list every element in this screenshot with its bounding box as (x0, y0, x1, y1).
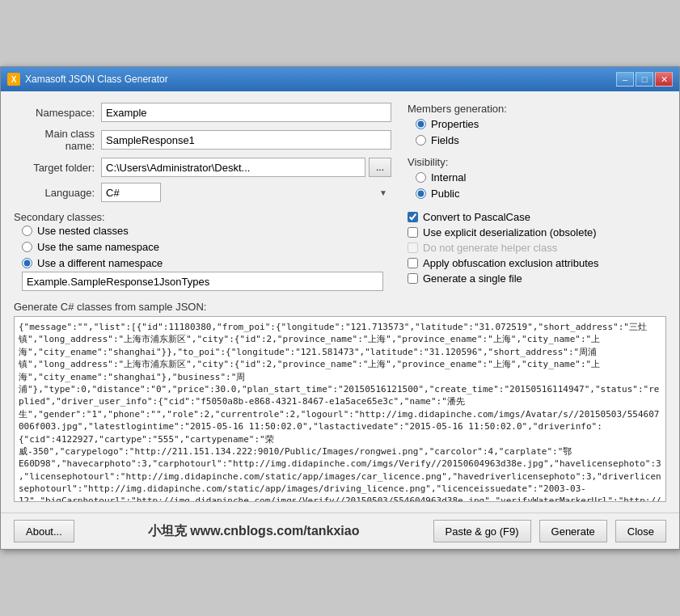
obfuscation-checkbox[interactable] (408, 258, 418, 268)
main-window: X Xamasoft JSON Class Generator – □ ✕ Na… (0, 66, 680, 550)
folder-row: ... (101, 158, 391, 177)
select-arrow-icon: ▼ (379, 188, 387, 197)
main-class-input[interactable] (101, 130, 391, 150)
namespace-label: Namespace: (14, 107, 95, 119)
maximize-button[interactable]: □ (636, 72, 653, 86)
about-button[interactable]: About... (14, 520, 74, 542)
diff-namespace-radio[interactable] (22, 258, 32, 268)
secondary-classes-label: Secondary classes: (14, 211, 391, 223)
left-panel: Namespace: Main class name: Target folde… (14, 103, 391, 291)
diff-namespace-option[interactable]: Use a different namespace (22, 257, 391, 269)
explicit-deserialization-item[interactable]: Use explicit deserialization (obsolete) (408, 226, 666, 238)
json-section-label: Generate C# classes from sample JSON: (14, 301, 666, 313)
members-generation-section: Members generation: Properties Fields (408, 103, 666, 146)
secondary-classes-radio-group: Use nested classes Use the same namespac… (14, 225, 391, 269)
single-file-label: Generate a single file (423, 272, 522, 285)
json-section: Generate C# classes from sample JSON: {"… (14, 296, 666, 504)
close-button[interactable]: Close (615, 520, 666, 542)
no-helper-class-item: Do not generate helper class (408, 242, 666, 254)
namespace-input[interactable] (101, 103, 391, 122)
top-section: Namespace: Main class name: Target folde… (14, 103, 666, 291)
public-label: Public (431, 188, 459, 200)
title-bar: X Xamasoft JSON Class Generator – □ ✕ (1, 67, 679, 91)
explicit-deserialization-label: Use explicit deserialization (obsolete) (423, 226, 597, 238)
properties-radio[interactable] (416, 119, 426, 129)
checkboxes-section: Convert to PascalCase Use explicit deser… (408, 211, 666, 288)
diff-namespace-label: Use a different namespace (37, 257, 163, 269)
public-radio[interactable] (416, 188, 426, 199)
properties-label: Properties (431, 118, 479, 130)
target-folder-label: Target folder: (14, 162, 95, 174)
target-folder-row: Target folder: ... (14, 158, 391, 177)
nested-classes-option[interactable]: Use nested classes (22, 225, 391, 237)
properties-option[interactable]: Properties (416, 118, 666, 130)
obfuscation-item[interactable]: Apply obfuscation exclusion attributes (408, 257, 666, 269)
visibility-section: Visibility: Internal Public (408, 151, 666, 200)
main-class-row: Main class name: (14, 128, 391, 152)
json-textarea-wrapper: {"message":"","list":[{"id":11180380,"fr… (14, 316, 666, 504)
members-generation-radio-group: Properties Fields (408, 118, 666, 146)
no-helper-class-label: Do not generate helper class (423, 242, 557, 254)
same-namespace-radio[interactable] (22, 242, 32, 252)
app-icon: X (7, 73, 20, 86)
same-namespace-label: Use the same namespace (37, 241, 159, 253)
obfuscation-label: Apply obfuscation exclusion attributes (423, 257, 599, 269)
same-namespace-option[interactable]: Use the same namespace (22, 241, 391, 253)
language-label: Language: (14, 187, 95, 199)
pascal-case-item[interactable]: Convert to PascalCase (408, 211, 666, 223)
window-title: Xamasoft JSON Class Generator (25, 74, 168, 85)
generate-button[interactable]: Generate (539, 520, 607, 542)
secondary-classes-section: Secondary classes: Use nested classes Us… (14, 208, 391, 291)
namespace-row: Namespace: (14, 103, 391, 122)
namespace-value-input[interactable] (22, 272, 383, 291)
pascal-case-checkbox[interactable] (408, 212, 418, 222)
pascal-case-label: Convert to PascalCase (423, 211, 530, 223)
branding-text: 小坦克 www.cnblogs.com/tankxiao (82, 523, 425, 540)
fields-option[interactable]: Fields (416, 134, 666, 146)
single-file-item[interactable]: Generate a single file (408, 272, 666, 285)
internal-label: Internal (431, 171, 466, 184)
public-option[interactable]: Public (416, 188, 666, 200)
language-select-wrapper: C# VB.NET ▼ (101, 183, 391, 202)
language-select[interactable]: C# VB.NET (101, 183, 161, 202)
target-folder-input[interactable] (101, 158, 365, 177)
fields-radio[interactable] (416, 135, 426, 146)
paste-go-button[interactable]: Paste & go (F9) (433, 520, 531, 542)
bottom-bar: About... 小坦克 www.cnblogs.com/tankxiao Pa… (1, 513, 679, 549)
fields-label: Fields (431, 134, 459, 146)
language-row: Language: C# VB.NET ▼ (14, 183, 391, 202)
main-content: Namespace: Main class name: Target folde… (1, 91, 679, 513)
browse-button[interactable]: ... (369, 158, 391, 177)
visibility-radio-group: Internal Public (408, 171, 666, 200)
nested-classes-label: Use nested classes (37, 225, 129, 237)
main-class-label: Main class name: (14, 128, 95, 152)
members-generation-label: Members generation: (408, 103, 666, 115)
minimize-button[interactable]: – (616, 72, 634, 86)
internal-radio[interactable] (416, 172, 426, 183)
json-textarea[interactable]: {"message":"","list":[{"id":11180380,"fr… (14, 316, 666, 502)
internal-option[interactable]: Internal (416, 171, 666, 184)
single-file-checkbox[interactable] (408, 273, 418, 284)
visibility-label: Visibility: (408, 156, 666, 168)
close-window-button[interactable]: ✕ (655, 72, 673, 86)
no-helper-class-checkbox (408, 243, 418, 253)
explicit-deserialization-checkbox[interactable] (408, 227, 418, 238)
title-buttons: – □ ✕ (616, 72, 673, 86)
right-panel: Members generation: Properties Fields (408, 103, 666, 291)
title-bar-left: X Xamasoft JSON Class Generator (7, 73, 168, 86)
nested-classes-radio[interactable] (22, 226, 32, 236)
